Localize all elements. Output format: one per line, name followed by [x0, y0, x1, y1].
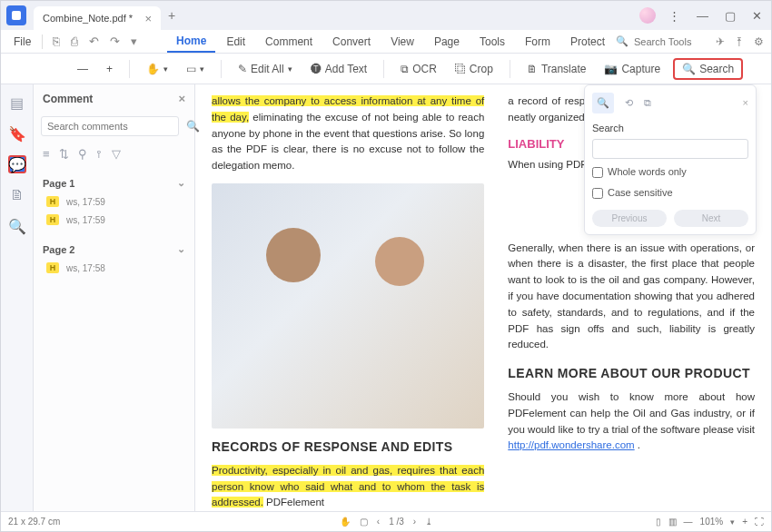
menu-home[interactable]: Home: [167, 31, 215, 53]
case-sensitive-label: Case sensitive: [608, 185, 673, 201]
page-group-1[interactable]: Page 1 ⌄: [43, 173, 185, 192]
product-url[interactable]: http://pdf.wondershare.com: [508, 439, 634, 450]
view-single-icon[interactable]: ▯: [656, 517, 661, 527]
attachment-icon[interactable]: 🗎: [8, 186, 26, 204]
menu-tools[interactable]: Tools: [470, 32, 514, 52]
case-sensitive-checkbox[interactable]: [592, 188, 603, 199]
undo-icon[interactable]: ↶: [84, 31, 104, 52]
menu-form[interactable]: Form: [516, 32, 559, 52]
page-group-2-label: Page 2: [43, 244, 74, 255]
print-icon[interactable]: ⎙: [66, 31, 83, 52]
comment-meta: ws, 17:59: [66, 197, 105, 207]
prev-page-icon[interactable]: ‹: [377, 517, 380, 527]
next-button[interactable]: Next: [674, 210, 748, 227]
capture-button[interactable]: 📷 Capture: [599, 59, 666, 79]
highlight-icon: H: [46, 262, 59, 273]
cloud-icon[interactable]: ⭱: [734, 35, 745, 48]
send-icon[interactable]: ✈: [716, 35, 725, 48]
translate-label: Translate: [541, 63, 587, 75]
menu-view[interactable]: View: [381, 32, 423, 52]
sidebar-close-icon[interactable]: ×: [178, 92, 185, 105]
tab-title: Combine_Note.pdf *: [43, 13, 133, 24]
tab-close-icon[interactable]: ×: [144, 12, 152, 25]
zoom-out-icon[interactable]: —: [684, 517, 693, 527]
edit-all-button[interactable]: ✎ Edit All▾: [233, 59, 298, 79]
select-tool-dropdown[interactable]: ▭▾: [181, 59, 210, 79]
zoom-in-icon[interactable]: +: [742, 517, 747, 527]
ocr-button[interactable]: ⧉ OCR: [395, 59, 442, 79]
search-input[interactable]: [592, 139, 748, 159]
next-page-icon[interactable]: ›: [413, 517, 416, 527]
menu-edit[interactable]: Edit: [217, 32, 254, 52]
search-tools-input[interactable]: [634, 36, 707, 47]
search-mode-icon[interactable]: 🔍: [592, 93, 614, 113]
fullscreen-icon[interactable]: ⛶: [755, 517, 764, 527]
zoom-value[interactable]: 101%: [700, 517, 724, 527]
comment-item[interactable]: Hws, 17:59: [43, 192, 185, 211]
account-avatar-icon[interactable]: [639, 7, 656, 24]
jump-icon[interactable]: ⤓: [425, 517, 432, 527]
maximize-icon[interactable]: ▢: [721, 7, 739, 25]
list-icon[interactable]: ≡: [43, 147, 50, 161]
search-tools[interactable]: 🔍: [616, 35, 707, 47]
section-heading: RECORDS OF RESPONSE AND EDITS: [212, 438, 484, 458]
view-continuous-icon[interactable]: ▥: [668, 517, 677, 527]
funnel-icon[interactable]: ▽: [112, 147, 121, 161]
more-icon[interactable]: ▾: [126, 31, 142, 52]
zoom-out-button[interactable]: —: [72, 59, 94, 79]
bookmark-icon[interactable]: 🔖: [8, 124, 26, 143]
add-text-label: Add Text: [325, 63, 367, 75]
body-text: PDFelement: [263, 497, 324, 507]
hand-cursor-icon[interactable]: ✋: [340, 517, 351, 527]
new-tab-button[interactable]: +: [168, 8, 175, 23]
translate-button[interactable]: 🗎 Translate: [521, 59, 592, 79]
hand-tool-dropdown[interactable]: ✋▾: [141, 59, 173, 79]
redo-icon[interactable]: ↷: [105, 31, 124, 52]
search-button[interactable]: 🔍 Search: [673, 58, 743, 80]
menu-protect[interactable]: Protect: [561, 32, 614, 52]
previous-button[interactable]: Previous: [592, 210, 667, 227]
filter-icon[interactable]: ⚲: [78, 147, 87, 161]
advanced-search-icon[interactable]: ⧉: [644, 95, 651, 111]
gear-icon[interactable]: ⚙: [754, 35, 764, 48]
app-logo-icon: [6, 5, 26, 25]
page-group-2[interactable]: Page 2 ⌄: [43, 240, 185, 259]
highlight-icon: H: [46, 196, 59, 207]
open-icon[interactable]: ⎘: [48, 31, 64, 52]
options-icon[interactable]: ⫯: [96, 147, 103, 161]
search-panel-close-icon[interactable]: ×: [743, 95, 748, 111]
comment-panel-icon[interactable]: 💬: [8, 155, 26, 173]
crop-button[interactable]: ⿻ Crop: [450, 59, 499, 79]
comment-item[interactable]: Hws, 17:59: [43, 211, 185, 229]
page-current[interactable]: 1: [389, 517, 394, 527]
menu-comment[interactable]: Comment: [256, 32, 322, 52]
add-text-button[interactable]: 🅣 Add Text: [305, 59, 372, 79]
close-window-icon[interactable]: ✕: [748, 7, 766, 25]
search-panel: 🔍 ⟲ ⧉ × Search Whole words only Case sen…: [584, 84, 757, 235]
comment-item[interactable]: Hws, 17:58: [43, 259, 185, 277]
minimize-icon[interactable]: —: [693, 7, 712, 25]
fit-page-icon[interactable]: ▢: [360, 517, 368, 527]
sidebar-search-input[interactable]: [41, 116, 179, 136]
chevron-down-icon: ⌄: [177, 243, 185, 255]
document-tab[interactable]: Combine_Note.pdf * ×: [34, 6, 161, 30]
search-panel-icon[interactable]: 🔍: [8, 217, 26, 235]
left-rail: ▤ 🔖 💬 🗎 🔍: [1, 84, 34, 511]
menu-page[interactable]: Page: [425, 32, 469, 52]
zoom-in-button[interactable]: +: [101, 59, 118, 79]
thumbnails-icon[interactable]: ▤: [8, 94, 26, 112]
replace-mode-icon[interactable]: ⟲: [625, 95, 633, 111]
document-view[interactable]: allows the company to access information…: [195, 84, 771, 511]
sidebar-tools: ≡ ⇅ ⚲ ⫯ ▽: [34, 140, 194, 168]
menu-convert[interactable]: Convert: [323, 32, 380, 52]
whole-words-checkbox[interactable]: [592, 167, 603, 178]
body-text: eliminating the excuse of not being able…: [212, 112, 484, 171]
sort-icon[interactable]: ⇅: [59, 147, 69, 161]
kebab-menu-icon[interactable]: ⋮: [665, 7, 684, 25]
comment-meta: ws, 17:59: [66, 215, 105, 225]
file-menu[interactable]: File: [8, 34, 36, 50]
content-area: ▤ 🔖 💬 🗎 🔍 Comment × 🔍 ≡ ⇅ ⚲ ⫯ ▽: [1, 84, 771, 511]
crop-label: Crop: [470, 63, 493, 75]
whole-words-label: Whole words only: [608, 164, 687, 180]
toolbar: — + ✋▾ ▭▾ ✎ Edit All▾ 🅣 Add Text ⧉ OCR ⿻…: [1, 54, 771, 84]
